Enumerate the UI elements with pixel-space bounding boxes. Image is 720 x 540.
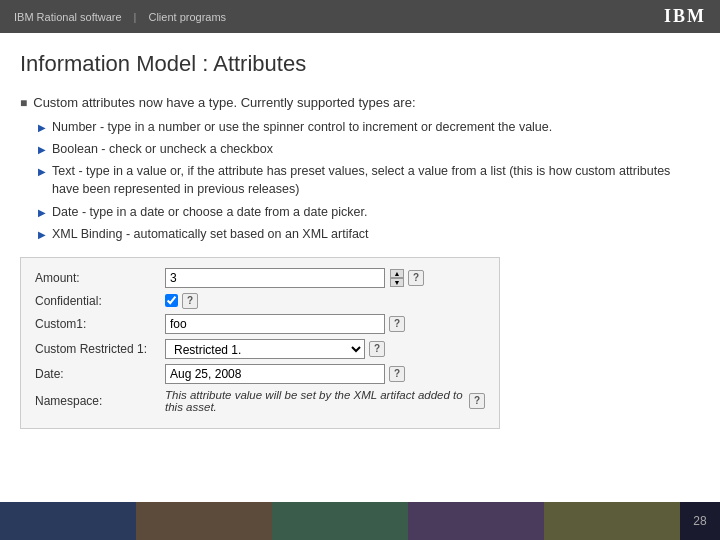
namespace-xml-text: This attribute value will be set by the … [165, 389, 465, 413]
custom-restricted-select[interactable]: Restricted 1. [165, 339, 365, 359]
form-row-namespace: Namespace: This attribute value will be … [35, 389, 485, 413]
label-custom-restricted: Custom Restricted 1: [35, 342, 165, 356]
sub-bullet-2: ▶ Boolean - check or uncheck a checkbox [38, 140, 700, 158]
amount-input[interactable] [165, 268, 385, 288]
sub-bullet-icon-2: ▶ [38, 143, 46, 158]
bullet-section: ■ Custom attributes now have a type. Cur… [20, 95, 700, 243]
form-row-custom1: Custom1: ? [35, 314, 485, 334]
label-custom1: Custom1: [35, 317, 165, 331]
spinner-down[interactable]: ▼ [390, 278, 404, 287]
sub-bullets: ▶ Number - type in a number or use the s… [38, 118, 700, 243]
main-content: Information Model : Attributes ■ Custom … [0, 33, 720, 439]
sub-bullet-icon-5: ▶ [38, 228, 46, 243]
form-area: Amount: ▲ ▼ ? Confidential: ? Custom [20, 257, 500, 429]
sub-bullet-icon-1: ▶ [38, 121, 46, 136]
footer-img-1 [0, 502, 136, 540]
label-amount: Amount: [35, 271, 165, 285]
sub-bullet-text-4: Date - type in a date or choose a date f… [52, 203, 367, 221]
sub-bullet-text-1: Number - type in a number or use the spi… [52, 118, 552, 136]
namespace-controls: This attribute value will be set by the … [165, 389, 485, 413]
main-bullet: ■ Custom attributes now have a type. Cur… [20, 95, 700, 110]
sub-bullet-4: ▶ Date - type in a date or choose a date… [38, 203, 700, 221]
footer: 28 [0, 502, 720, 540]
header: IBM Rational software | Client programs … [0, 0, 720, 33]
sub-bullet-text-5: XML Binding - automatically set based on… [52, 225, 369, 243]
date-input[interactable] [165, 364, 385, 384]
namespace-help-icon[interactable]: ? [469, 393, 485, 409]
label-namespace: Namespace: [35, 394, 165, 408]
label-date: Date: [35, 367, 165, 381]
footer-img-2 [136, 502, 272, 540]
amount-spinner: ▲ ▼ [390, 269, 404, 287]
footer-img-5 [544, 502, 680, 540]
form-row-amount: Amount: ▲ ▼ ? [35, 268, 485, 288]
label-confidential: Confidential: [35, 294, 165, 308]
sub-bullet-5: ▶ XML Binding - automatically set based … [38, 225, 700, 243]
amount-controls: ▲ ▼ ? [165, 268, 485, 288]
custom-restricted-controls: Restricted 1. ? [165, 339, 485, 359]
footer-img-3 [272, 502, 408, 540]
form-row-date: Date: ? [35, 364, 485, 384]
sub-bullet-1: ▶ Number - type in a number or use the s… [38, 118, 700, 136]
custom1-help-icon[interactable]: ? [389, 316, 405, 332]
footer-page-number: 28 [680, 502, 720, 540]
form-row-confidential: Confidential: ? [35, 293, 485, 309]
spinner-up[interactable]: ▲ [390, 269, 404, 278]
confidential-checkbox-wrap [165, 294, 178, 307]
sub-bullet-3: ▶ Text - type in a value or, if the attr… [38, 162, 700, 198]
sub-bullet-text-2: Boolean - check or uncheck a checkbox [52, 140, 273, 158]
sub-bullet-text-3: Text - type in a value or, if the attrib… [52, 162, 700, 198]
custom-restricted-select-wrap: Restricted 1. [165, 339, 365, 359]
custom-restricted-help-icon[interactable]: ? [369, 341, 385, 357]
sub-bullet-icon-3: ▶ [38, 165, 46, 198]
form-row-custom-restricted: Custom Restricted 1: Restricted 1. ? [35, 339, 485, 359]
amount-help-icon[interactable]: ? [408, 270, 424, 286]
sub-bullet-icon-4: ▶ [38, 206, 46, 221]
date-controls: ? [165, 364, 485, 384]
header-separator: | [134, 11, 137, 23]
header-left: IBM Rational software | Client programs [14, 11, 226, 23]
confidential-help-icon[interactable]: ? [182, 293, 198, 309]
main-bullet-text: Custom attributes now have a type. Curre… [33, 95, 415, 110]
confidential-checkbox[interactable] [165, 294, 178, 307]
ibm-logo: IBM [664, 6, 706, 27]
confidential-controls: ? [165, 293, 485, 309]
header-section: Client programs [148, 11, 226, 23]
date-help-icon[interactable]: ? [389, 366, 405, 382]
custom1-input[interactable] [165, 314, 385, 334]
main-bullet-icon: ■ [20, 96, 27, 110]
footer-images [0, 502, 680, 540]
custom1-controls: ? [165, 314, 485, 334]
footer-img-4 [408, 502, 544, 540]
page-title: Information Model : Attributes [20, 51, 700, 77]
header-brand: IBM Rational software [14, 11, 122, 23]
